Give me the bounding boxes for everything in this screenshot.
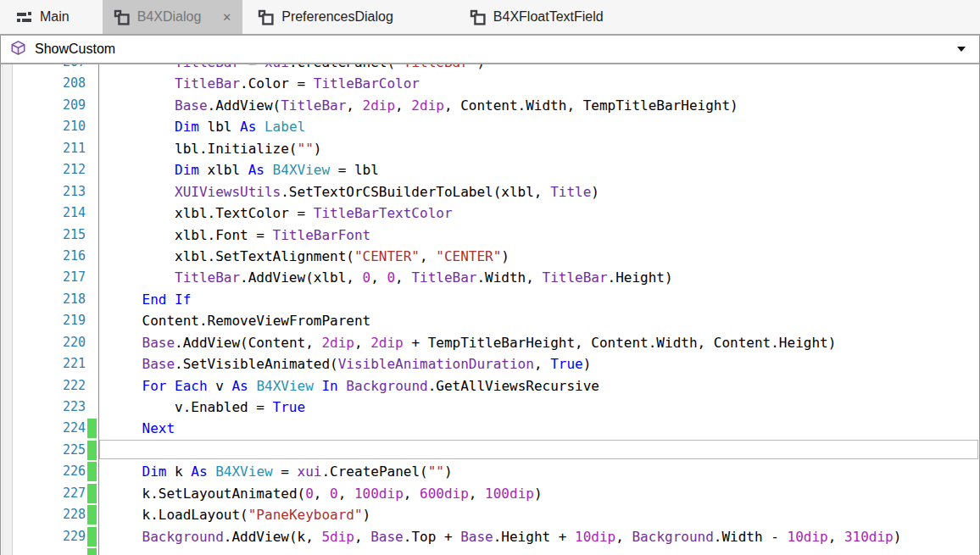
code-line[interactable]: [1, 547, 979, 555]
code-line[interactable]: 216xlbl.SetTextAlignment("CENTER", "CENT…: [1, 246, 979, 267]
code-line-text[interactable]: Dim k As B4XView = xui.CreatePanel(""): [97, 461, 979, 482]
line-number[interactable]: 216: [1, 246, 86, 267]
chevron-down-icon[interactable]: [957, 47, 966, 52]
line-number[interactable]: 228: [1, 504, 86, 525]
code-token: + TempTitleBarHeight, Content.Width, Con…: [404, 335, 837, 351]
tab-b4xfloattextfield[interactable]: B4XFloatTextField: [459, 0, 615, 34]
line-number[interactable]: 222: [1, 375, 86, 397]
code-token: .SetVisibleAnimated(: [175, 356, 338, 372]
code-line-text[interactable]: XUIViewsUtils.SetTextOrCSBuilderToLabel(…: [97, 181, 979, 203]
code-line-text[interactable]: Content.RemoveViewFromParent: [97, 310, 979, 331]
line-number[interactable]: 213: [1, 181, 86, 203]
code-token: xlbl: [199, 162, 248, 178]
code-line[interactable]: 213XUIViewsUtils.SetTextOrCSBuilderToLab…: [1, 181, 979, 203]
line-number[interactable]: 224: [1, 418, 86, 439]
change-marker: [87, 64, 97, 72]
code-editor[interactable]: 207TitleBar = xui.CreatePanel("TitleBar"…: [0, 64, 980, 555]
code-line[interactable]: 219Content.RemoveViewFromParent: [1, 310, 979, 331]
code-line-text[interactable]: xlbl.Font = TitleBarFont: [97, 225, 979, 246]
code-line[interactable]: 212Dim xlbl As B4XView = lbl: [1, 159, 979, 180]
line-number[interactable]: 225: [1, 440, 86, 461]
code-line[interactable]: 223v.Enabled = True: [1, 397, 979, 418]
tab-main[interactable]: Main: [5, 0, 81, 34]
line-number[interactable]: 221: [1, 353, 86, 375]
line-number[interactable]: 211: [1, 138, 86, 159]
code-token: ,: [469, 486, 485, 502]
code-line[interactable]: 210Dim lbl As Label: [1, 116, 979, 137]
code-line-text[interactable]: xlbl.SetTextAlignment("CENTER", "CENTER"…: [97, 246, 979, 267]
code-line[interactable]: 218End If: [1, 289, 979, 310]
line-number[interactable]: 218: [1, 289, 86, 310]
line-number[interactable]: 210: [1, 116, 86, 137]
code-token: .CreatePanel(: [289, 64, 395, 70]
code-line[interactable]: 214xlbl.TextColor = TitleBarTextColor: [1, 203, 979, 224]
code-line[interactable]: 208TitleBar.Color = TitleBarColor: [1, 73, 979, 94]
code-token: 310dip: [844, 529, 894, 545]
code-line[interactable]: 227k.SetLayoutAnimated(0, 0, 100dip, 600…: [1, 483, 979, 504]
line-number[interactable]: 220: [1, 332, 86, 353]
code-line[interactable]: 211lbl.Initialize(""): [1, 138, 979, 159]
code-line[interactable]: 220Base.AddView(Content, 2dip, 2dip + Te…: [1, 332, 979, 353]
close-icon[interactable]: ✕: [222, 12, 231, 23]
code-line-text[interactable]: v.Enabled = True: [97, 397, 979, 418]
code-token: ,: [314, 486, 330, 502]
line-number[interactable]: 209: [1, 95, 86, 116]
code-line[interactable]: 215xlbl.Font = TitleBarFont: [1, 225, 979, 246]
code-token: xlbl.TextColor =: [175, 205, 314, 221]
code-line-text[interactable]: Background.AddView(k, 5dip, Base.Top + B…: [97, 526, 979, 547]
member-selector[interactable]: ShowCustom: [0, 36, 980, 64]
line-number[interactable]: 223: [1, 397, 86, 418]
code-line[interactable]: 221Base.SetVisibleAnimated(VisibleAnimat…: [1, 353, 979, 375]
code-line-text[interactable]: lbl.Initialize(""): [97, 138, 979, 159]
line-number[interactable]: 207: [1, 64, 86, 73]
code-token: True: [550, 356, 583, 372]
line-number[interactable]: 229: [1, 526, 86, 547]
code-line[interactable]: 224Next: [1, 418, 979, 439]
code-line[interactable]: 228k.LoadLayout("PaneKeyboard"): [1, 504, 979, 525]
code-token: [256, 119, 264, 135]
code-line[interactable]: 217TitleBar.AddView(xlbl, 0, 0, TitleBar…: [1, 267, 979, 288]
code-line[interactable]: 226Dim k As B4XView = xui.CreatePanel(""…: [1, 461, 979, 482]
code-line-text[interactable]: Dim xlbl As B4XView = lbl: [97, 159, 979, 180]
line-number[interactable]: 214: [1, 203, 86, 224]
code-line-text[interactable]: k.SetLayoutAnimated(0, 0, 100dip, 600dip…: [97, 483, 979, 504]
tab-label: PreferencesDialog: [281, 9, 393, 25]
code-line[interactable]: 229Background.AddView(k, 5dip, Base.Top …: [1, 526, 979, 547]
code-token: k.SetLayoutAnimated(: [142, 486, 306, 502]
code-line-text[interactable]: TitleBar.Color = TitleBarColor: [97, 73, 979, 94]
code-line-text[interactable]: Dim lbl As Label: [97, 116, 979, 137]
code-line-text[interactable]: Base.AddView(Content, 2dip, 2dip + TempT…: [97, 332, 979, 353]
change-marker: [87, 462, 97, 481]
code-line-text[interactable]: Next: [97, 418, 979, 439]
tab-label: Main: [40, 9, 70, 25]
line-number[interactable]: 226: [1, 461, 86, 482]
code-line-text[interactable]: k.LoadLayout("PaneKeyboard"): [97, 504, 979, 525]
change-marker: [87, 484, 97, 503]
code-line-text[interactable]: End If: [97, 289, 979, 310]
code-line-text[interactable]: For Each v As B4XView In Background.GetA…: [97, 375, 979, 397]
tab-b4xdialog[interactable]: B4XDialog✕: [103, 0, 243, 34]
change-marker: [87, 505, 97, 524]
code-line[interactable]: 209Base.AddView(TitleBar, 2dip, 2dip, Co…: [1, 95, 979, 116]
code-line-text[interactable]: [97, 547, 979, 555]
line-number[interactable]: 215: [1, 225, 86, 246]
code-token: =: [273, 463, 298, 480]
code-line[interactable]: 222For Each v As B4XView In Background.G…: [1, 375, 979, 397]
line-number[interactable]: 217: [1, 267, 86, 288]
line-number[interactable]: 212: [1, 159, 86, 180]
code-token: k: [166, 463, 191, 480]
code-line-text[interactable]: Base.SetVisibleAnimated(VisibleAnimation…: [97, 353, 979, 375]
line-number[interactable]: 208: [1, 73, 86, 94]
line-number[interactable]: 227: [1, 483, 86, 504]
code-line-text[interactable]: TitleBar.AddView(xlbl, 0, 0, TitleBar.Wi…: [97, 267, 979, 288]
code-line[interactable]: 225: [1, 440, 979, 461]
tab-preferencesdialog[interactable]: PreferencesDialog: [247, 0, 404, 34]
code-line[interactable]: 207TitleBar = xui.CreatePanel("TitleBar"…: [1, 64, 979, 73]
code-line-text[interactable]: Base.AddView(TitleBar, 2dip, 2dip, Conte…: [97, 95, 979, 116]
code-line-text[interactable]: xlbl.TextColor = TitleBarTextColor: [97, 203, 979, 224]
line-number[interactable]: [1, 547, 86, 555]
line-number[interactable]: 219: [1, 310, 86, 331]
code-line-text[interactable]: TitleBar = xui.CreatePanel("TitleBar"): [97, 64, 979, 73]
code-token: End If: [142, 291, 192, 308]
code-token: Background: [632, 529, 713, 545]
